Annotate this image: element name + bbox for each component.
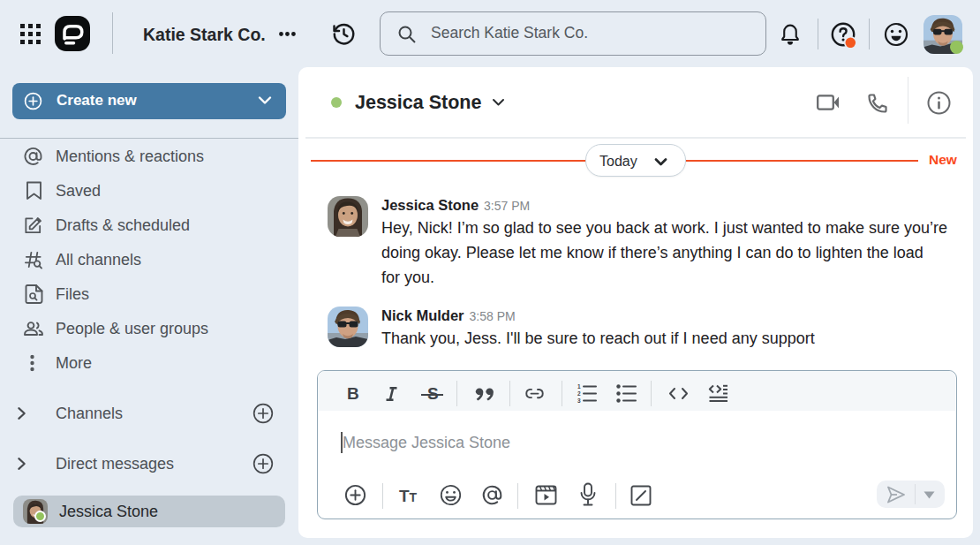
svg-text:2: 2	[577, 390, 581, 397]
svg-text:1: 1	[577, 383, 581, 390]
svg-text:3: 3	[577, 397, 581, 404]
